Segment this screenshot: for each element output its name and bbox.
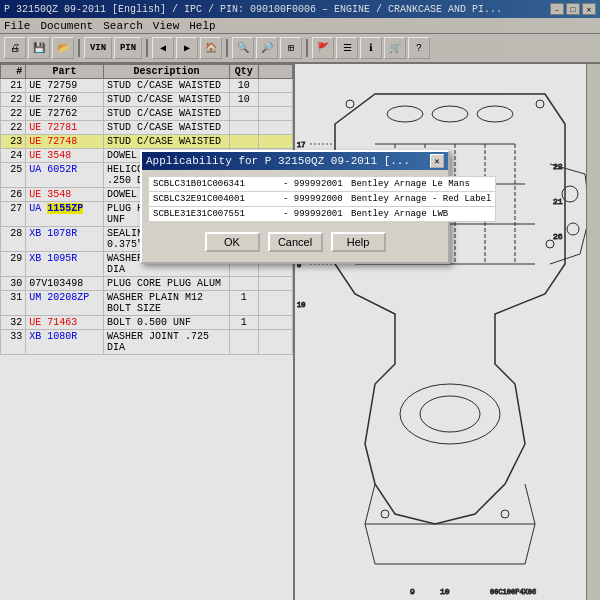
help-button[interactable]: Help: [331, 232, 386, 252]
applicability-row[interactable]: SCBLE31E31C007551- 999992001Bentley Arna…: [149, 207, 496, 222]
applicability-cell: SCBLC32E91C004001- 999992000Bentley Arna…: [149, 192, 496, 207]
modal-title-bar: Applicability for P 32150QZ 09-2011 [...…: [142, 152, 448, 170]
applicability-cell: SCBLC31B01C006341- 999992001Bentley Arna…: [149, 177, 496, 192]
modal-title: Applicability for P 32150QZ 09-2011 [...: [146, 155, 410, 167]
applicability-table-body: SCBLC31B01C006341- 999992001Bentley Arna…: [149, 177, 496, 222]
applicability-table: SCBLC31B01C006341- 999992001Bentley Arna…: [148, 176, 496, 222]
ok-button[interactable]: OK: [205, 232, 260, 252]
applicability-cell: SCBLE31E31C007551- 999992001Bentley Arna…: [149, 207, 496, 222]
modal-buttons: OK Cancel Help: [148, 228, 442, 256]
modal-body: SCBLC31B01C006341- 999992001Bentley Arna…: [142, 170, 448, 262]
modal-overlay: Applicability for P 32150QZ 09-2011 [...…: [0, 0, 600, 600]
applicability-row[interactable]: SCBLC31B01C006341- 999992001Bentley Arna…: [149, 177, 496, 192]
applicability-row[interactable]: SCBLC32E91C004001- 999992000Bentley Arna…: [149, 192, 496, 207]
applicability-dialog: Applicability for P 32150QZ 09-2011 [...…: [140, 150, 450, 264]
modal-close-button[interactable]: ✕: [430, 154, 444, 168]
cancel-button[interactable]: Cancel: [268, 232, 323, 252]
